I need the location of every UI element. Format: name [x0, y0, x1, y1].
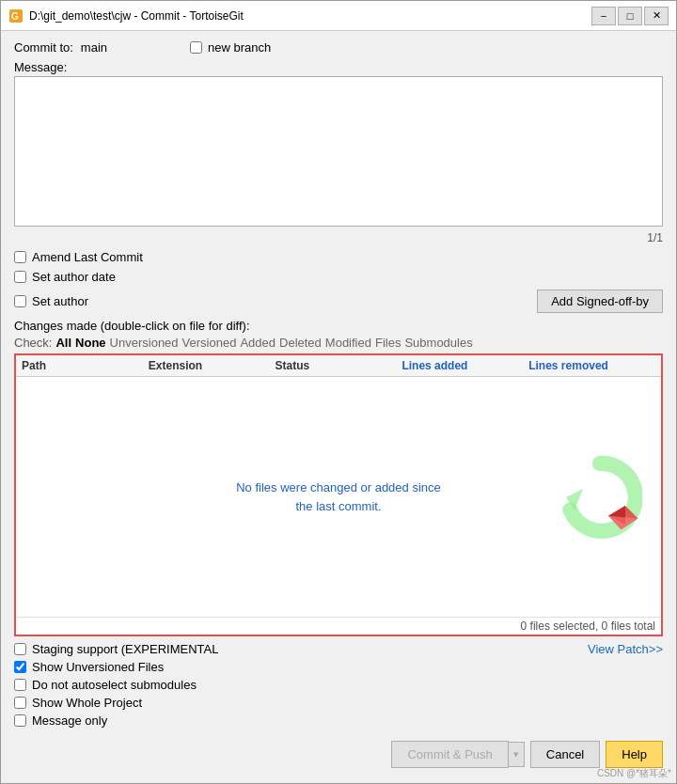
show-unversioned-label: Show Unversioned Files	[32, 660, 164, 674]
amend-label: Amend Last Commit	[32, 250, 143, 264]
message-section: Message: 1/1	[14, 60, 663, 244]
show-unversioned-row: Show Unversioned Files	[14, 660, 663, 674]
message-label: Message:	[14, 60, 663, 74]
bottom-options: Staging support (EXPERIMENTAL View Patch…	[14, 642, 663, 728]
new-branch-label: new branch	[208, 40, 271, 55]
main-window: G D:\git_demo\test\cjw - Commit - Tortoi…	[0, 0, 677, 784]
main-content: Commit to: main new branch Message: 1/1 …	[1, 31, 676, 783]
minimize-button[interactable]: −	[591, 7, 616, 25]
message-only-label: Message only	[32, 713, 107, 728]
amend-row: Amend Last Commit	[14, 250, 663, 264]
commit-to-label: Commit to:	[14, 40, 73, 55]
tortoise-logo	[558, 455, 642, 540]
new-branch-checkbox[interactable]	[190, 41, 202, 54]
message-only-row: Message only	[14, 713, 663, 728]
staging-checkbox-row: Staging support (EXPERIMENTAL	[14, 642, 218, 656]
col-lines-added: Lines added	[401, 359, 528, 372]
file-table: Path Extension Status Lines added Lines …	[14, 353, 663, 636]
message-only-checkbox[interactable]	[14, 714, 26, 727]
commit-push-group: Commit & Push ▾	[391, 741, 524, 768]
filter-submodules[interactable]: Submodules	[404, 336, 472, 350]
amend-checkbox[interactable]	[14, 251, 26, 263]
filter-modified[interactable]: Modified	[325, 336, 371, 350]
window-title: D:\git_demo\test\cjw - Commit - Tortoise…	[29, 9, 591, 23]
set-author-label: Set author	[32, 294, 88, 308]
filter-versioned[interactable]: Versioned	[182, 336, 237, 350]
filter-added[interactable]: Added	[240, 336, 276, 350]
message-input[interactable]	[14, 76, 663, 227]
filter-files[interactable]: Files	[375, 336, 401, 350]
col-status: Status	[276, 359, 402, 372]
author-date-row: Set author date	[14, 270, 663, 284]
set-author-row: Set author Add Signed-off-by	[14, 290, 663, 313]
show-whole-project-row: Show Whole Project	[14, 696, 663, 710]
watermark: CSDN @*猪耳朵*	[597, 767, 671, 780]
branch-name: main	[81, 40, 107, 55]
check-all-link[interactable]: All	[55, 336, 71, 350]
svg-text:G: G	[11, 11, 19, 22]
action-buttons: Commit & Push ▾ Cancel Help	[14, 733, 663, 774]
cancel-button[interactable]: Cancel	[530, 741, 600, 768]
filter-unversioned[interactable]: Unversioned	[110, 336, 179, 350]
check-label: Check:	[14, 336, 52, 350]
no-autoselect-label: Do not autoselect submodules	[32, 678, 197, 692]
set-author-checkbox-row: Set author	[14, 294, 88, 308]
no-autoselect-row: Do not autoselect submodules	[14, 678, 663, 692]
check-filter-row: Check: All None Unversioned Versioned Ad…	[14, 336, 663, 350]
view-patch-link[interactable]: View Patch>>	[588, 642, 663, 656]
show-unversioned-checkbox[interactable]	[14, 661, 26, 673]
app-icon: G	[8, 8, 24, 24]
set-author-checkbox[interactable]	[14, 295, 26, 307]
no-autoselect-checkbox[interactable]	[14, 679, 26, 691]
close-button[interactable]: ✕	[644, 7, 669, 25]
staging-row: Staging support (EXPERIMENTAL View Patch…	[14, 642, 663, 656]
window-controls: − □ ✕	[591, 7, 669, 25]
signed-off-button[interactable]: Add Signed-off-by	[537, 290, 663, 313]
commit-push-dropdown[interactable]: ▾	[509, 742, 525, 767]
title-bar: G D:\git_demo\test\cjw - Commit - Tortoi…	[1, 1, 676, 31]
col-extension: Extension	[149, 359, 276, 372]
filter-deleted[interactable]: Deleted	[279, 336, 322, 350]
col-path: Path	[22, 359, 149, 372]
commit-push-button[interactable]: Commit & Push	[391, 741, 508, 768]
author-date-label: Set author date	[32, 270, 116, 284]
staging-checkbox[interactable]	[14, 643, 26, 655]
check-none-link[interactable]: None	[75, 336, 106, 350]
col-lines-removed: Lines removed	[528, 359, 655, 372]
staging-label: Staging support (EXPERIMENTAL	[32, 642, 218, 656]
file-count: 0 files selected, 0 files total	[16, 617, 661, 635]
changes-section: Changes made (double-click on file for d…	[14, 319, 663, 636]
file-table-body: No files were changed or added sincethe …	[16, 377, 661, 617]
message-count: 1/1	[14, 231, 663, 244]
show-whole-project-label: Show Whole Project	[32, 696, 142, 710]
commit-to-row: Commit to: main new branch	[14, 40, 663, 55]
no-files-message: No files were changed or added sincethe …	[236, 478, 441, 515]
show-whole-project-checkbox[interactable]	[14, 697, 26, 709]
file-table-header: Path Extension Status Lines added Lines …	[16, 355, 661, 377]
author-date-checkbox[interactable]	[14, 271, 26, 283]
maximize-button[interactable]: □	[618, 7, 642, 25]
changes-title: Changes made (double-click on file for d…	[14, 319, 663, 333]
help-button[interactable]: Help	[606, 741, 663, 768]
